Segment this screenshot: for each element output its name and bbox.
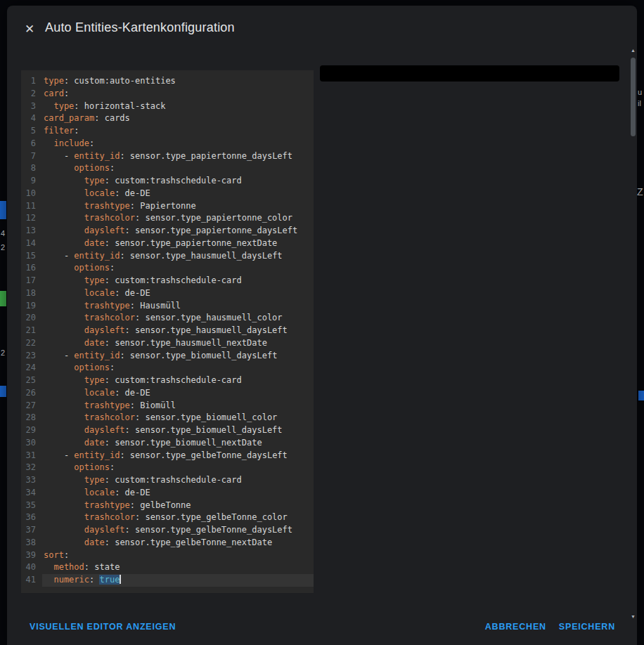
line-number: 15 [21, 250, 36, 263]
code-line[interactable]: trashtype: Hausmüll [42, 300, 314, 313]
code-line[interactable]: numeric: true [42, 574, 314, 587]
code-line[interactable]: daysleft: sensor.type_papiertonne_daysLe… [42, 225, 314, 237]
show-visual-editor-button[interactable]: VISUELLEN EDITOR ANZEIGEN [30, 622, 176, 632]
code-line[interactable]: date: sensor.type_gelbeTonne_nextDate [42, 537, 314, 549]
save-button[interactable]: SPEICHERN [559, 622, 615, 632]
code-line[interactable]: locale: de-DE [42, 487, 314, 500]
yaml-key: trashtype [44, 301, 130, 311]
code-line[interactable]: date: sensor.type_papiertonne_nextDate [42, 237, 314, 250]
yaml-text: : sensor.type_gelbeTonne_daysLeft [120, 450, 287, 460]
yaml-text: : sensor.type_papiertonne_color [135, 213, 292, 223]
yaml-key: card [44, 89, 64, 98]
yaml-key: trashcolor [44, 412, 135, 422]
scroll-down-icon[interactable]: ▼ [629, 613, 637, 621]
code-line[interactable]: method: state [42, 561, 314, 574]
code-line[interactable]: card: [42, 88, 314, 100]
scrollbar-thumb[interactable] [631, 58, 636, 136]
code-line[interactable]: date: sensor.type_biomuell_nextDate [42, 437, 314, 450]
code-line[interactable]: include: [42, 138, 314, 150]
line-number: 6 [21, 138, 36, 150]
code-line[interactable]: type: custom:trashschedule-card [42, 374, 314, 387]
yaml-text: : cards [94, 113, 130, 123]
line-number: 35 [21, 500, 36, 512]
code-line[interactable]: trashcolor: sensor.type_hausmuell_color [42, 312, 314, 325]
line-number: 23 [21, 350, 36, 363]
yaml-key: date [44, 238, 105, 248]
code-line[interactable]: sort: [42, 549, 314, 562]
code-line[interactable]: options: [42, 162, 314, 175]
line-number: 8 [21, 162, 36, 175]
code-line[interactable]: daysleft: sensor.type_gelbeTonne_daysLef… [42, 524, 314, 537]
code-line[interactable]: card_param: cards [42, 112, 314, 125]
line-number: 11 [21, 200, 36, 213]
code-line[interactable]: locale: de-DE [42, 287, 314, 300]
code-line[interactable]: filter: [42, 125, 314, 138]
scroll-up-icon[interactable]: ▲ [629, 46, 637, 55]
yaml-key: type [44, 76, 64, 86]
close-icon[interactable]: ✕ [21, 21, 38, 38]
yaml-key: trashcolor [44, 213, 135, 223]
yaml-text: : sensor.type_gelbeTonne_color [135, 512, 288, 522]
yaml-key: locale [44, 288, 115, 298]
backdrop-fragment: 2 [1, 244, 5, 252]
backdrop-blue-sliver [638, 391, 644, 400]
code-line[interactable]: type: horizontal-stack [42, 100, 314, 113]
line-number: 17 [21, 275, 36, 287]
yaml-key: entity_id [74, 450, 120, 460]
yaml-key: type [44, 176, 105, 185]
yaml-key: trashtype [44, 201, 130, 211]
code-line[interactable]: locale: de-DE [42, 387, 314, 400]
yaml-key: date [44, 438, 105, 448]
yaml-text: : Biomüll [130, 400, 176, 410]
yaml-text: : [64, 89, 69, 98]
yaml-text: : sensor.type_hausmuell_daysLeft [120, 251, 282, 261]
yaml-key: daysleft [44, 226, 125, 235]
yaml-text: : sensor.type_hausmuell_color [135, 313, 283, 322]
code-line[interactable]: options: [42, 262, 314, 275]
yaml-key: card_param [44, 113, 94, 123]
backdrop-fragment: 2 [1, 349, 5, 357]
line-number: 41 [21, 574, 36, 587]
editor-code[interactable]: type: custom:auto-entitiescard: type: ho… [42, 75, 314, 587]
code-line[interactable]: trashtype: Papiertonne [42, 200, 314, 213]
backdrop-green-sliver [0, 291, 6, 306]
yaml-text: : [74, 126, 79, 136]
code-line[interactable]: type: custom:trashschedule-card [42, 275, 314, 287]
code-line[interactable]: trashtype: gelbeTonne [42, 500, 314, 512]
code-line[interactable]: options: [42, 362, 314, 374]
line-number: 29 [21, 424, 36, 437]
code-line[interactable]: type: custom:auto-entities [42, 75, 314, 88]
line-number: 16 [21, 262, 36, 275]
backdrop-fragment: il [638, 100, 641, 107]
code-line[interactable]: daysleft: sensor.type_biomuell_daysLeft [42, 424, 314, 437]
line-number: 27 [21, 400, 36, 412]
code-line[interactable]: - entity_id: sensor.type_biomuell_daysLe… [42, 350, 314, 363]
line-number: 3 [21, 100, 36, 113]
code-line[interactable]: - entity_id: sensor.type_gelbeTonne_days… [42, 450, 314, 462]
code-line[interactable]: trashtype: Biomüll [42, 400, 314, 412]
code-line[interactable]: date: sensor.type_hausmuell_nextDate [42, 337, 314, 350]
dialog-scrollbar[interactable]: ▲ ▼ [629, 46, 637, 621]
yaml-text: : [89, 575, 99, 585]
code-line[interactable]: trashcolor: sensor.type_biomuell_color [42, 412, 314, 424]
yaml-key: entity_id [74, 351, 120, 360]
code-line[interactable]: type: custom:trashschedule-card [42, 474, 314, 487]
code-line[interactable]: trashcolor: sensor.type_gelbeTonne_color [42, 512, 314, 524]
code-line[interactable]: - entity_id: sensor.type_papiertonne_day… [42, 150, 314, 163]
code-line[interactable]: trashcolor: sensor.type_papiertonne_colo… [42, 212, 314, 225]
backdrop-blue-sliver [0, 386, 6, 397]
line-number: 31 [21, 450, 36, 462]
yaml-editor[interactable]: 1234567891011121314151617181920212223242… [21, 70, 314, 593]
code-line[interactable]: - entity_id: sensor.type_hausmuell_daysL… [42, 250, 314, 263]
code-line[interactable]: locale: de-DE [42, 188, 314, 200]
yaml-text: : [89, 138, 94, 148]
code-line[interactable]: type: custom:trashschedule-card [42, 175, 314, 188]
yaml-key: trashtype [44, 500, 130, 510]
yaml-key: method [44, 562, 84, 572]
yaml-text: : custom:auto-entities [64, 76, 176, 86]
code-line[interactable]: daysleft: sensor.type_hausmuell_daysLeft [42, 325, 314, 337]
cancel-button[interactable]: ABBRECHEN [485, 622, 546, 632]
yaml-text: : sensor.type_hausmuell_nextDate [105, 338, 267, 348]
yaml-text: : sensor.type_biomuell_nextDate [105, 438, 262, 448]
code-line[interactable]: options: [42, 462, 314, 474]
